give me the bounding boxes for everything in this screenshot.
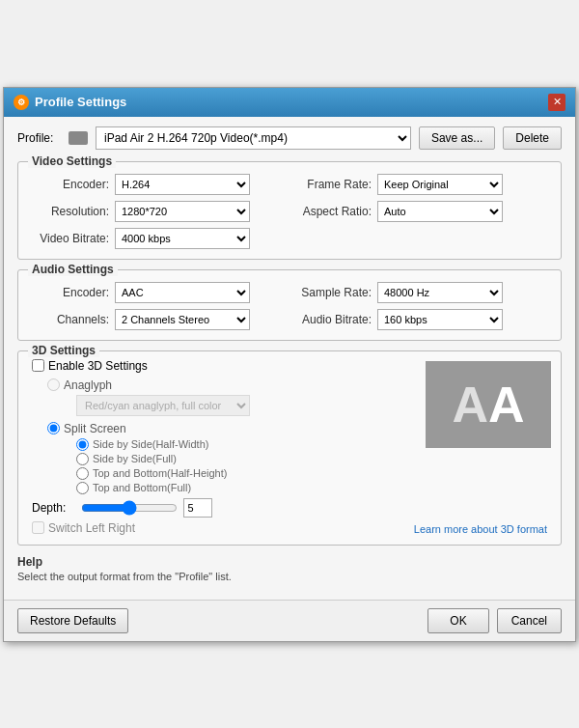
split-screen-label: Split Screen: [64, 422, 126, 435]
switch-label: Switch Left Right: [48, 521, 135, 535]
anaglyph-label: Anaglyph: [64, 378, 112, 392]
resolution-select[interactable]: 1280*720: [115, 201, 250, 222]
split-screen-radio[interactable]: [47, 422, 60, 434]
encoder-row: Encoder: H.264: [32, 174, 285, 195]
close-button[interactable]: ✕: [548, 94, 565, 111]
option4-row: Top and Bottom(Full): [76, 482, 547, 494]
dialog-body: Profile: iPad Air 2 H.264 720p Video(*.m…: [4, 117, 575, 600]
resolution-row: Resolution: 1280*720: [32, 201, 285, 222]
learn-more-link[interactable]: Learn more about 3D format: [414, 523, 547, 535]
title-bar: ⚙ Profile Settings ✕: [4, 88, 575, 117]
option3-row: Top and Bottom(Half-Height): [76, 467, 547, 480]
resolution-label: Resolution:: [32, 205, 109, 218]
audio-settings-section: Audio Settings Encoder: AAC Sample Rate:…: [17, 269, 562, 341]
frame-rate-label: Frame Rate:: [294, 178, 372, 191]
frame-rate-row: Frame Rate: Keep Original: [294, 174, 547, 195]
ok-button[interactable]: OK: [427, 608, 488, 633]
anaglyph-radio[interactable]: [47, 378, 60, 391]
frame-rate-select[interactable]: Keep Original: [377, 174, 503, 195]
profile-settings-dialog: ⚙ Profile Settings ✕ Profile: iPad Air 2…: [3, 87, 576, 642]
option2-label: Side by Side(Full): [93, 453, 177, 464]
audio-encoder-select[interactable]: AAC: [115, 282, 250, 303]
option1-label: Side by Side(Half-Width): [93, 438, 208, 450]
settings-3d-section: 3D Settings AA Enable 3D Settings Anagly…: [17, 350, 562, 546]
help-text: Select the output format from the "Profi…: [17, 571, 562, 582]
enable-3d-label: Enable 3D Settings: [48, 359, 148, 373]
video-bitrate-label: Video Bitrate:: [32, 232, 109, 245]
sample-rate-select[interactable]: 48000 Hz: [377, 282, 503, 303]
audio-bitrate-row: Audio Bitrate: 160 kbps: [294, 309, 547, 330]
video-bitrate-select[interactable]: 4000 kbps: [115, 228, 250, 249]
sample-rate-label: Sample Rate:: [294, 286, 372, 299]
help-section: Help Select the output format from the "…: [17, 555, 562, 582]
enable-3d-checkbox[interactable]: [32, 359, 44, 372]
sample-rate-row: Sample Rate: 48000 Hz: [294, 282, 547, 303]
option4-label: Top and Bottom(Full): [93, 482, 191, 493]
3d-settings-title: 3D Settings: [28, 344, 99, 357]
channels-label: Channels:: [32, 313, 109, 326]
footer-right: OK Cancel: [427, 608, 562, 633]
aspect-ratio-select[interactable]: Auto: [377, 201, 503, 222]
audio-settings-title: Audio Settings: [28, 263, 118, 276]
option3-label: Top and Bottom(Half-Height): [93, 467, 227, 479]
option2-radio[interactable]: [76, 453, 89, 465]
option3-radio[interactable]: [76, 467, 89, 480]
profile-label: Profile:: [17, 131, 61, 145]
title-bar-left: ⚙ Profile Settings: [14, 95, 126, 110]
option1-radio[interactable]: [76, 438, 89, 451]
app-icon: ⚙: [14, 95, 29, 110]
channels-select[interactable]: 2 Channels Stereo: [115, 309, 250, 330]
restore-defaults-button[interactable]: Restore Defaults: [17, 608, 128, 633]
dialog-footer: Restore Defaults OK Cancel: [4, 600, 575, 641]
anaglyph-select[interactable]: Red/cyan anaglyph, full color: [76, 395, 250, 416]
depth-slider[interactable]: [81, 501, 178, 515]
profile-row: Profile: iPad Air 2 H.264 720p Video(*.m…: [17, 126, 562, 150]
audio-bitrate-select[interactable]: 160 kbps: [377, 309, 503, 330]
video-settings-grid: Encoder: H.264 Frame Rate: Keep Original…: [32, 174, 547, 222]
preview-aa-right: A: [488, 376, 525, 434]
profile-select[interactable]: iPad Air 2 H.264 720p Video(*.mp4): [96, 126, 411, 150]
option2-row: Side by Side(Full): [76, 453, 547, 465]
aspect-ratio-label: Aspect Ratio:: [294, 205, 372, 218]
save-as-button[interactable]: Save as...: [419, 126, 495, 150]
audio-bitrate-label: Audio Bitrate:: [294, 313, 372, 326]
switch-checkbox[interactable]: [32, 521, 44, 534]
audio-encoder-label: Encoder:: [32, 286, 109, 299]
encoder-select[interactable]: H.264: [115, 174, 250, 195]
audio-encoder-row: Encoder: AAC: [32, 282, 285, 303]
encoder-label: Encoder:: [32, 178, 109, 191]
help-title: Help: [17, 555, 562, 569]
switch-row: Switch Left Right Learn more about 3D fo…: [32, 521, 547, 535]
cancel-button[interactable]: Cancel: [497, 608, 562, 633]
preview-aa: AA: [452, 376, 524, 434]
video-settings-section: Video Settings Encoder: H.264 Frame Rate…: [17, 161, 562, 260]
video-bitrate-row: Video Bitrate: 4000 kbps: [32, 228, 547, 249]
3d-preview-box: AA: [426, 361, 551, 448]
audio-settings-grid: Encoder: AAC Sample Rate: 48000 Hz Chann…: [32, 282, 547, 330]
aspect-ratio-row: Aspect Ratio: Auto: [294, 201, 547, 222]
profile-icon: [69, 131, 88, 145]
channels-row: Channels: 2 Channels Stereo: [32, 309, 285, 330]
depth-number[interactable]: 5: [183, 498, 212, 518]
preview-aa-left: A: [452, 376, 488, 434]
video-settings-title: Video Settings: [28, 154, 116, 168]
dialog-title: Profile Settings: [35, 95, 126, 109]
option4-radio[interactable]: [76, 482, 89, 494]
depth-label: Depth:: [32, 501, 75, 515]
delete-button[interactable]: Delete: [503, 126, 562, 150]
depth-row: Depth: 5: [32, 498, 547, 518]
